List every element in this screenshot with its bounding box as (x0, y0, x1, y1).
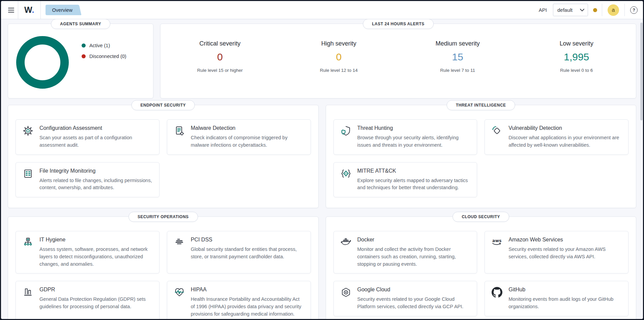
cloud-security-title: CLOUD SECURITY (452, 212, 509, 222)
card-it-hygiene[interactable]: IT Hygiene Assess system, software, proc… (16, 231, 159, 273)
topbar-divider (602, 4, 602, 16)
card-file-integrity-monitoring[interactable]: File Integrity Monitoring Alerts related… (16, 162, 159, 198)
card-malware-detection[interactable]: Malware Detection Check indicators of co… (167, 119, 311, 155)
severity-value-link[interactable]: 0 (280, 51, 399, 63)
braces-target-icon (341, 168, 352, 192)
card-vulnerability-detection[interactable]: Vulnerability Detection Discover what ap… (485, 119, 628, 155)
severity-value-link[interactable]: 15 (398, 51, 517, 63)
severity-low: Low severity 1,995 Rule level 0 to 6 (517, 40, 636, 73)
card-title: Vulnerability Detection (508, 125, 621, 131)
card-title: PCI DSS (191, 237, 304, 243)
help-icon: ? (633, 8, 635, 12)
alerts-panel-title: LAST 24 HOURS ALERTS (363, 19, 434, 29)
document-gear-icon (174, 125, 185, 149)
topbar: W. Overview API default a ? (1, 1, 643, 19)
card-description: Assess system, software, processes, and … (39, 246, 152, 268)
card-description: Discover what applications in your envir… (508, 134, 621, 149)
agents-summary-title: AGENTS SUMMARY (51, 19, 110, 29)
card-description: Alerts related to file changes, includin… (39, 177, 152, 192)
card-title: GDPR (39, 287, 152, 293)
logo-dot: . (32, 5, 34, 15)
card-title: Docker (357, 237, 470, 243)
legend-item-active[interactable]: Active (1) (82, 43, 126, 48)
card-description: Monitor and collect the activity from Do… (357, 246, 470, 268)
agents-legend: Active (1) Disconnected (0) (82, 43, 126, 89)
severity-value-link[interactable]: 0 (160, 51, 280, 63)
security-operations-panel: SECURITY OPERATIONS IT Hygiene Assess sy… (8, 216, 319, 319)
severity-label: Medium severity (398, 40, 517, 47)
api-host-select-value: default (557, 7, 573, 13)
scrollbar[interactable] (640, 23, 643, 120)
app-window: W. Overview API default a ? AGENTS SUMMA… (1, 1, 643, 319)
help-button[interactable]: ? (630, 6, 638, 14)
cloud-security-panel: CLOUD SECURITY Docker Monitor and collec… (326, 216, 637, 319)
card-title: Google Cloud (357, 287, 470, 293)
severity-rule-range: Rule level 12 to 14 (280, 68, 399, 73)
card-aws[interactable]: aws Amazon Web Services Security events … (485, 231, 628, 273)
wazuh-logo[interactable]: W. (18, 5, 40, 15)
card-threat-hunting[interactable]: Threat Hunting Browse through your secur… (333, 119, 477, 155)
legend-label: Disconnected (0) (89, 54, 126, 59)
svg-text:aws: aws (492, 238, 501, 243)
card-title: Configuration Assessment (39, 125, 152, 131)
card-description: Global security standard for entities th… (191, 246, 304, 261)
card-title: Threat Hunting (357, 125, 470, 131)
card-configuration-assessment[interactable]: Configuration Assessment Scan your asset… (16, 119, 159, 155)
card-gdpr[interactable]: GDPR General Data Protection Regulation … (16, 281, 159, 319)
card-title: HIPAA (191, 287, 304, 293)
severity-high: High severity 0 Rule level 12 to 14 (280, 40, 399, 73)
card-github[interactable]: GitHub Monitoring events from audit logs… (485, 281, 628, 316)
disconnected-dot (82, 54, 86, 58)
hamburger-icon (8, 7, 14, 13)
card-description: Check indicators of compromise triggered… (191, 134, 304, 149)
agents-donut-chart[interactable] (16, 36, 69, 89)
aws-icon: aws (492, 237, 503, 268)
heart-pulse-icon (174, 287, 185, 318)
card-description: Monitoring events from audit logs of you… (508, 296, 621, 311)
card-mitre-attack[interactable]: MITRE ATT&CK Explore security alerts map… (333, 162, 477, 198)
security-operations-title: SECURITY OPERATIONS (128, 212, 198, 222)
gear-icon (23, 125, 34, 149)
api-host-select[interactable]: default (553, 4, 588, 16)
card-title: IT Hygiene (39, 237, 152, 243)
card-pci-dss[interactable]: PCI DSS Global security standard for ent… (167, 231, 311, 273)
card-title: File Integrity Monitoring (39, 168, 152, 174)
legend-item-disconnected[interactable]: Disconnected (0) (82, 54, 126, 59)
stacked-bars-icon (174, 237, 185, 268)
active-dot (82, 43, 86, 48)
card-description: Browse through your security alerts, ide… (357, 134, 470, 149)
card-description: Scan your assets as part of a configurat… (39, 134, 152, 149)
bar-chart-icon (23, 287, 34, 318)
chevron-down-icon (580, 9, 584, 11)
card-title: GitHub (508, 287, 621, 293)
severity-value-link[interactable]: 1,995 (517, 51, 636, 63)
card-title: Malware Detection (191, 125, 304, 131)
severity-label: High severity (280, 40, 399, 47)
severity-medium: Medium severity 15 Rule level 7 to 11 (398, 40, 517, 73)
diamond-scan-icon (492, 125, 503, 149)
tab-overview[interactable]: Overview (46, 5, 77, 15)
api-status-dot (593, 8, 597, 12)
severity-rule-range: Rule level 15 or higher (160, 68, 280, 73)
shield-icon (341, 125, 352, 149)
topbar-divider (624, 4, 625, 16)
tab-overview-label: Overview (52, 7, 72, 13)
github-icon (492, 287, 503, 311)
card-google-cloud[interactable]: Google Cloud Security events related to … (333, 281, 477, 316)
file-table-icon (23, 168, 34, 192)
legend-label: Active (1) (89, 43, 110, 48)
dashboard-main: AGENTS SUMMARY Active (1) Disconnected (… (1, 24, 643, 319)
endpoint-security-panel: ENDPOINT SECURITY Configuration Assessme… (8, 105, 319, 208)
card-title: Amazon Web Services (508, 237, 621, 243)
docker-whale-icon (341, 237, 352, 268)
avatar[interactable]: a (608, 4, 619, 16)
card-description: Explore security alerts mapped to advers… (357, 177, 470, 192)
threat-intelligence-title: THREAT INTELLIGENCE (447, 100, 515, 110)
network-tree-icon (23, 237, 34, 268)
card-description: Health Insurance Portability and Account… (191, 296, 304, 318)
card-docker[interactable]: Docker Monitor and collect the activity … (333, 231, 477, 273)
card-description: General Data Protection Regulation (GDPR… (39, 296, 152, 311)
severity-rule-range: Rule level 0 to 6 (517, 68, 636, 73)
card-hipaa[interactable]: HIPAA Health Insurance Portability and A… (167, 281, 311, 319)
menu-button[interactable] (4, 3, 18, 17)
